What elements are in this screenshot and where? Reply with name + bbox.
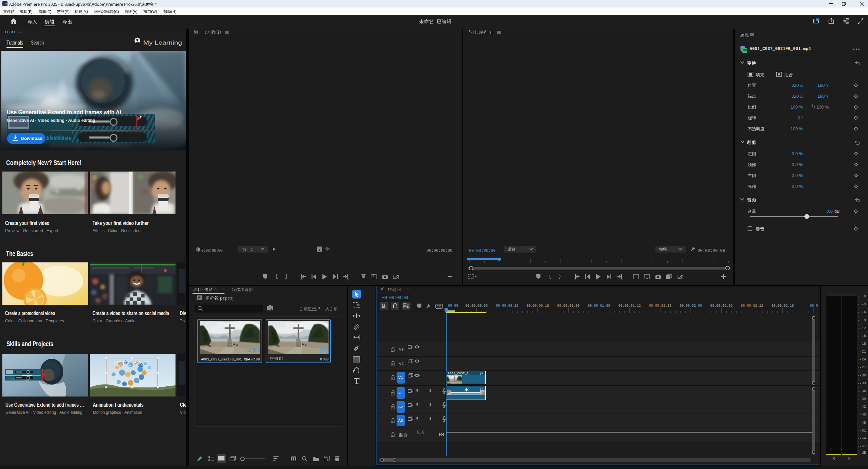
svg-text:Generative AI · Video editing: Generative AI · Video editing · Audio ed… xyxy=(5,410,82,415)
svg-text:00:00:00:00: 00:00:00:00 xyxy=(382,295,408,301)
svg-text:Search: Search xyxy=(31,39,44,46)
svg-text:Completely New? Start Here!: Completely New? Start Here! xyxy=(6,159,82,166)
svg-text:00:00:00:00: 00:00:00:00 xyxy=(469,248,496,253)
svg-text:ICELAND: ICELAND xyxy=(114,360,150,367)
svg-text:Color · Collaboration · Templa: Color · Collaboration · Templates xyxy=(5,318,64,323)
svg-text:Take your first video further: Take your first video further xyxy=(93,220,149,226)
svg-text:Div: Div xyxy=(180,310,186,316)
svg-text:Create your first video: Create your first video xyxy=(5,220,49,226)
svg-text:Cle: Cle xyxy=(180,402,186,408)
svg-text:Use Generative Extend to add f: Use Generative Extend to add frames … xyxy=(5,402,84,408)
svg-text:A001_C037_0921FG_001.mp4: A001_C037_0921FG_001.mp4 xyxy=(201,357,250,361)
svg-text:Create a video to share on soc: Create a video to share on social media xyxy=(93,310,169,316)
svg-text:Effects · Color · Get started: Effects · Color · Get started xyxy=(93,228,140,233)
svg-text:Motion graphics · Animation: Motion graphics · Animation xyxy=(93,410,142,415)
svg-text:00:00:00:08: 00:00:00:08 xyxy=(698,248,725,253)
svg-text:Tex: Tex xyxy=(180,318,185,323)
svg-text:Tutorials: Tutorials xyxy=(6,39,23,46)
svg-text:0:08: 0:08 xyxy=(251,357,260,361)
svg-text:Color · Graphics · Audio: Color · Graphics · Audio xyxy=(93,318,135,323)
svg-text:0:00:00:00: 0:00:00:00 xyxy=(201,248,222,253)
svg-text:Skills and Projects: Skills and Projects xyxy=(6,340,53,347)
svg-text:0:08: 0:08 xyxy=(320,357,329,361)
svg-text:Download: Download xyxy=(21,136,43,141)
svg-text:My Learning: My Learning xyxy=(143,39,182,46)
svg-text:Animation Fundamentals: Animation Fundamentals xyxy=(93,402,144,408)
svg-text:The Basics: The Basics xyxy=(6,249,33,257)
svg-text:Create a promotional video: Create a promotional video xyxy=(5,310,55,316)
svg-text:00:00:00:00: 00:00:00:00 xyxy=(427,248,452,253)
svg-text:Generative AI · Video editing: Generative AI · Video editing · Audio ed… xyxy=(7,118,95,123)
svg-text:Vid: Vid xyxy=(180,410,186,415)
svg-text:Preview · Get started · Export: Preview · Get started · Export xyxy=(5,228,58,233)
svg-text:A001_C037_0...: A001_C037_0... xyxy=(448,372,474,375)
